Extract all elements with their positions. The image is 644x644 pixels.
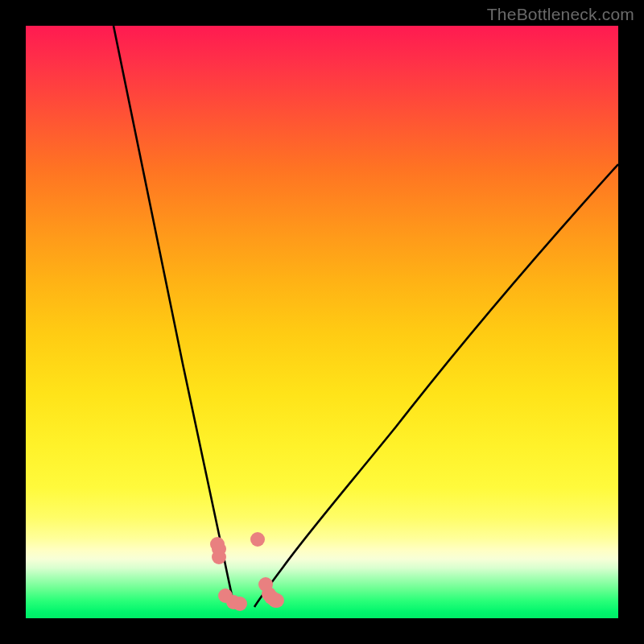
chart-svg (26, 26, 618, 618)
outer-frame: TheBottleneck.com (0, 0, 644, 644)
svg-point-2 (212, 550, 226, 564)
dots-left (210, 537, 247, 611)
dots-right (250, 532, 284, 608)
svg-point-5 (233, 597, 247, 611)
curve-left (114, 26, 233, 604)
watermark-text: TheBottleneck.com (487, 5, 634, 24)
svg-point-6 (250, 532, 265, 547)
plot-area (26, 26, 618, 618)
curve-right (254, 164, 618, 607)
svg-point-12 (270, 593, 284, 608)
